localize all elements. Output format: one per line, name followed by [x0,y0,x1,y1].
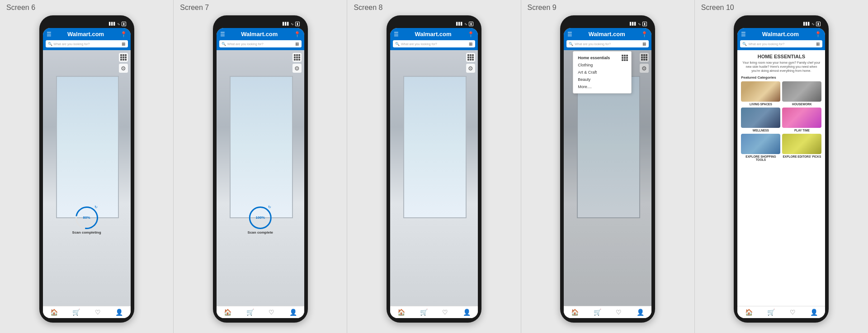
phone-screen: ☰ Walmart.com 📍 🔍 What are you looking f… [390,28,478,318]
settings-gear-button[interactable]: ⚙ [292,64,302,73]
phone-shell: ▋▋▋ ∿ ▮ ☰ Walmart.com 📍 🔍 What are you l… [213,15,308,323]
search-input-wrapper[interactable]: 🔍 What are you looking for? ▦ [740,40,822,47]
nav-profile-button[interactable]: 👤 [289,309,297,316]
dropdown-item-clothing[interactable]: Clothing [578,61,627,69]
search-icon: 🔍 [395,42,400,46]
battery-icon: ▮ [295,22,300,26]
content-area: ⚙ 100% ↻ Scan complete [217,50,304,306]
he-card-housework[interactable]: HOUSEWORK [782,81,821,106]
dropdown-item-more....[interactable]: More.... [578,83,627,90]
he-title: HOME ESSENTIALS [741,54,821,59]
screen-label: Screen 8 [347,4,382,12]
room-background: ⚙ 80% ↻ Scan completing [43,50,131,306]
nav-profile-button[interactable]: 👤 [115,309,123,316]
screen-container-screen10: Screen 10 ▋▋▋ ∿ ▮ ☰ Walmart.com 📍 🔍 What… [695,0,868,333]
walmart-header: ☰ Walmart.com 📍 [43,28,131,40]
signal-icon: ▋▋▋ [109,22,116,26]
dropdown-item-home-essentials[interactable]: Home essentials✕ [578,54,627,61]
nav-profile-button[interactable]: 👤 [810,309,818,316]
hamburger-icon[interactable]: ☰ [220,31,225,38]
nav-home-button[interactable]: 🏠 [50,309,58,316]
location-icon[interactable]: 📍 [815,31,821,38]
barcode-icon[interactable]: ▦ [816,42,820,46]
nav-cart-button[interactable]: 🛒 [72,309,80,316]
barcode-icon[interactable]: ▦ [642,42,646,46]
nav-home-button[interactable]: 🏠 [571,309,579,316]
gear-icon: ⚙ [468,65,473,72]
wifi-icon: ∿ [811,22,815,26]
search-input-wrapper[interactable]: 🔍 What are you looking for? ▦ [46,40,128,47]
dropdown-item-label: Beauty [578,77,590,82]
he-card-wellness[interactable]: WELLNESS [741,108,780,132]
grid-view-button[interactable] [119,53,128,62]
nav-cart-button[interactable]: 🛒 [246,309,254,316]
location-icon[interactable]: 📍 [120,31,127,38]
search-input-wrapper[interactable]: 🔍 What are you looking for? ▦ [566,40,649,47]
scan-arrows-icon: ↻ [94,205,98,209]
location-icon[interactable]: 📍 [467,31,474,38]
nav-favorites-button[interactable]: ♡ [269,309,274,316]
bottom-navigation: 🏠 🛒 ♡ 👤 [737,306,825,318]
scan-label: Scan complete [248,230,273,235]
dropdown-item-label: Art & Craft [578,70,597,75]
barcode-icon[interactable]: ▦ [122,42,126,46]
he-card-living[interactable]: LIVING SPACES [741,81,780,106]
hamburger-icon[interactable]: ☰ [47,31,52,38]
he-card-label-shopping: EXPLORE SHOPPING TOOLS [741,155,780,161]
battery-icon: ▮ [642,22,647,26]
phone-notch [594,22,621,28]
hamburger-icon[interactable]: ☰ [394,31,399,38]
nav-favorites-button[interactable]: ♡ [790,309,796,316]
grid-view-button-overlay[interactable] [620,53,629,62]
search-placeholder: What are you looking for? [575,42,641,46]
nav-cart-button[interactable]: 🛒 [420,309,428,316]
nav-home-button[interactable]: 🏠 [397,309,405,316]
content-area: ⚙ [390,50,478,306]
nav-favorites-button[interactable]: ♡ [95,309,101,316]
he-featured-label: Featured Categories [741,75,821,80]
nav-profile-button[interactable]: 👤 [637,309,644,316]
phone-shell: ▋▋▋ ∿ ▮ ☰ Walmart.com 📍 🔍 What are you l… [387,15,481,323]
screen-label: Screen 7 [174,4,209,12]
dropdown-item-beauty[interactable]: Beauty [578,76,627,83]
nav-home-button[interactable]: 🏠 [745,309,753,316]
grid-view-button[interactable] [466,53,475,62]
barcode-icon[interactable]: ▦ [469,42,473,46]
wifi-icon: ∿ [291,22,294,26]
nav-favorites-button[interactable]: ♡ [616,309,622,316]
grid-view-button[interactable] [292,53,302,62]
status-icons: ▋▋▋ ∿ ▮ [283,22,300,26]
signal-icon: ▋▋▋ [456,22,463,26]
barcode-icon[interactable]: ▦ [295,42,299,46]
room-background: ⚙Home essentials✕ClothingArt & CraftBeau… [564,50,651,306]
settings-gear-button[interactable]: ⚙ [466,64,475,73]
nav-profile-button[interactable]: 👤 [463,309,471,316]
search-placeholder: What are you looking for? [54,42,120,46]
nav-home-button[interactable]: 🏠 [224,309,231,316]
nav-favorites-button[interactable]: ♡ [442,309,448,316]
settings-gear-button[interactable]: ⚙ [119,64,128,73]
scan-arrows-icon: ↻ [268,205,271,209]
dropdown-item-art-&-craft[interactable]: Art & Craft [578,69,627,76]
he-card-shopping[interactable]: EXPLORE SHOPPING TOOLS [741,134,780,161]
search-input-wrapper[interactable]: 🔍 What are you looking for? ▦ [393,40,475,47]
he-card-label-wellness: WELLNESS [753,129,769,132]
nav-cart-button[interactable]: 🛒 [594,309,601,316]
hamburger-icon[interactable]: ☰ [567,31,572,38]
he-card-editors[interactable]: EXPLORE EDITORS' PICKS [782,134,821,161]
location-icon[interactable]: 📍 [294,31,301,38]
phone-screen: ☰ Walmart.com 📍 🔍 What are you looking f… [564,28,651,318]
hamburger-icon[interactable]: ☰ [741,31,746,38]
grid-dots-icon [120,54,127,61]
scan-progress-indicator: 80% ↻ Scan completing [72,206,101,235]
search-bar: 🔍 What are you looking for? ▦ [564,40,651,50]
content-area: ⚙Home essentials✕ClothingArt & CraftBeau… [564,50,651,306]
walmart-title: Walmart.com [229,31,290,38]
location-icon[interactable]: 📍 [641,31,648,38]
search-input-wrapper[interactable]: 🔍 What are you looking for? ▦ [219,40,302,47]
wifi-icon: ∿ [117,22,120,26]
search-bar: 🔍 What are you looking for? ▦ [737,40,825,50]
phone-screen: ☰ Walmart.com 📍 🔍 What are you looking f… [217,28,304,318]
nav-cart-button[interactable]: 🛒 [767,309,775,316]
he-card-playtime[interactable]: PLAY TIME [782,108,821,132]
